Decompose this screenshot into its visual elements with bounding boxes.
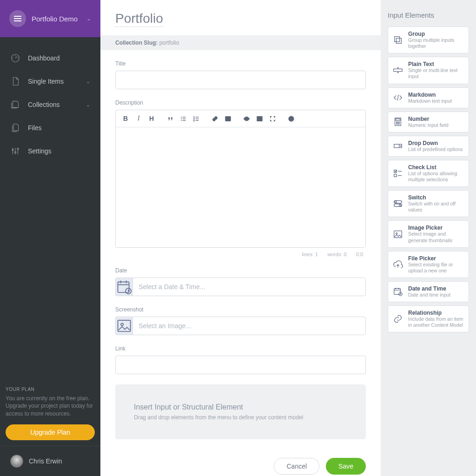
date-input[interactable] xyxy=(132,278,366,296)
palette-item-date-time[interactable]: Date and TimeDate and time input xyxy=(388,281,469,302)
editor-toolbar: B I H 123 xyxy=(116,110,365,127)
stack-icon xyxy=(10,99,20,110)
chevron-down-icon[interactable]: ⌄ xyxy=(86,15,91,22)
editor-status: lines: 1 words: 0 0:0 xyxy=(115,248,366,257)
svg-point-37 xyxy=(399,205,401,206)
cancel-button[interactable]: Cancel xyxy=(274,458,319,475)
document-icon xyxy=(10,76,20,86)
screenshot-input[interactable] xyxy=(132,317,366,335)
field-screenshot: Screenshot xyxy=(115,306,366,335)
image-button[interactable] xyxy=(222,112,234,125)
palette-item-plain-text[interactable]: Plain TextSingle or multi-line text inpu… xyxy=(388,57,469,84)
field-label: Screenshot xyxy=(115,306,366,313)
editor-body[interactable] xyxy=(116,127,365,247)
chevron-down-icon: ⌄ xyxy=(86,102,90,108)
image-icon[interactable] xyxy=(115,317,132,335)
palette-item-number[interactable]: NumberNumeric input field xyxy=(388,112,469,132)
svg-point-28 xyxy=(397,124,397,124)
italic-button[interactable]: I xyxy=(132,112,145,125)
calendar-clock-icon xyxy=(392,286,403,297)
nav-label: Files xyxy=(28,124,42,132)
ul-button[interactable] xyxy=(177,112,189,125)
svg-point-30 xyxy=(399,124,399,124)
svg-rect-20 xyxy=(395,37,400,42)
dropdown-icon xyxy=(392,140,403,152)
palette-item-switch[interactable]: SwitchSwitch with on and off values xyxy=(388,190,469,217)
nav-label: Dashboard xyxy=(28,54,60,62)
user-row[interactable]: Chris Erwin xyxy=(0,446,100,476)
palette-title: Input Elements xyxy=(388,0,469,26)
chevron-down-icon: ⌄ xyxy=(86,79,90,85)
field-label: Title xyxy=(115,60,366,67)
ol-button[interactable]: 123 xyxy=(190,112,202,125)
dropzone[interactable]: Insert Input or Structural Element Drag … xyxy=(115,384,366,439)
sidebar: Portfolio Demo ⌄ Dashboard Single Items … xyxy=(0,0,100,476)
sidebar-item-settings[interactable]: Settings xyxy=(0,139,100,163)
slug-value: portfolio xyxy=(159,40,179,46)
files-icon xyxy=(10,123,20,133)
palette-item-checklist[interactable]: Check ListList of options allowing multi… xyxy=(388,160,469,187)
title-input[interactable] xyxy=(115,71,366,89)
cloud-upload-icon xyxy=(392,259,403,270)
rich-text-editor: B I H 123 xyxy=(115,110,366,248)
status-pos: 0:0 xyxy=(356,251,363,257)
palette-item-relationship[interactable]: RelationshipInclude data from an item in… xyxy=(388,305,469,332)
save-button[interactable]: Save xyxy=(326,458,366,475)
quote-button[interactable] xyxy=(164,112,176,125)
palette-item-markdown[interactable]: MarkdownMarkdown text input xyxy=(388,87,469,108)
heading-button[interactable]: H xyxy=(145,112,158,125)
svg-rect-33 xyxy=(394,174,397,177)
nav-label: Settings xyxy=(28,147,52,155)
dropzone-title: Insert Input or Structural Element xyxy=(134,403,347,411)
bold-button[interactable]: B xyxy=(119,112,132,125)
project-name[interactable]: Portfolio Demo xyxy=(32,15,81,23)
fullscreen-button[interactable] xyxy=(266,112,278,125)
avatar xyxy=(10,455,23,468)
slug-label: Collection Slug: xyxy=(115,40,158,46)
gauge-icon xyxy=(10,53,20,63)
code-icon xyxy=(392,92,403,103)
menu-toggle-button[interactable] xyxy=(9,10,26,27)
svg-point-15 xyxy=(291,120,291,120)
link-input[interactable] xyxy=(115,356,366,374)
svg-rect-24 xyxy=(396,119,400,121)
image-picker-icon xyxy=(392,229,403,240)
calendar-icon[interactable] xyxy=(115,278,132,296)
palette-item-file-picker[interactable]: File PickerSelect existing file or uploa… xyxy=(388,251,469,278)
switch-icon xyxy=(392,198,403,209)
main: Portfolio Collection Slug: portfolio Tit… xyxy=(100,0,476,476)
palette-item-group[interactable]: GroupGroup multiple inputs together xyxy=(388,26,469,53)
svg-point-11 xyxy=(226,118,227,119)
field-description: Description B I H 123 xyxy=(115,99,366,257)
status-words: words: 0 xyxy=(327,251,347,257)
slug-bar: Collection Slug: portfolio xyxy=(100,35,381,50)
page-title[interactable]: Portfolio xyxy=(100,0,381,35)
footer-bar: Cancel Save xyxy=(100,449,381,476)
calculator-icon xyxy=(392,116,403,127)
group-icon xyxy=(392,34,403,46)
sidebar-item-single-items[interactable]: Single Items ⌄ xyxy=(0,70,100,93)
help-button[interactable] xyxy=(285,112,297,125)
palette-item-dropdown[interactable]: Drop DownList of predefined options xyxy=(388,136,469,157)
sidebar-item-dashboard[interactable]: Dashboard xyxy=(0,46,100,70)
split-button[interactable] xyxy=(253,112,265,125)
svg-text:3: 3 xyxy=(193,119,194,121)
svg-rect-40 xyxy=(394,289,401,295)
svg-point-5 xyxy=(181,118,182,119)
sidebar-item-collections[interactable]: Collections ⌄ xyxy=(0,93,100,116)
preview-button[interactable] xyxy=(240,112,252,125)
svg-point-35 xyxy=(395,201,397,203)
user-name: Chris Erwin xyxy=(29,457,62,465)
link-button[interactable] xyxy=(209,112,221,125)
sliders-icon xyxy=(10,146,20,156)
svg-point-6 xyxy=(181,120,182,121)
plan-text: You are currently on the free plan. Upgr… xyxy=(6,395,95,418)
plan-box: YOUR PLAN You are currently on the free … xyxy=(0,379,100,446)
sidebar-item-files[interactable]: Files xyxy=(0,116,100,139)
palette-item-image-picker[interactable]: Image PickerSelect image and generate th… xyxy=(388,220,469,247)
sidebar-header: Portfolio Demo ⌄ xyxy=(0,0,100,37)
upgrade-plan-button[interactable]: Upgrade Plan xyxy=(6,424,95,440)
field-label: Date xyxy=(115,267,366,274)
field-link: Link xyxy=(115,345,366,374)
field-label: Link xyxy=(115,345,366,352)
